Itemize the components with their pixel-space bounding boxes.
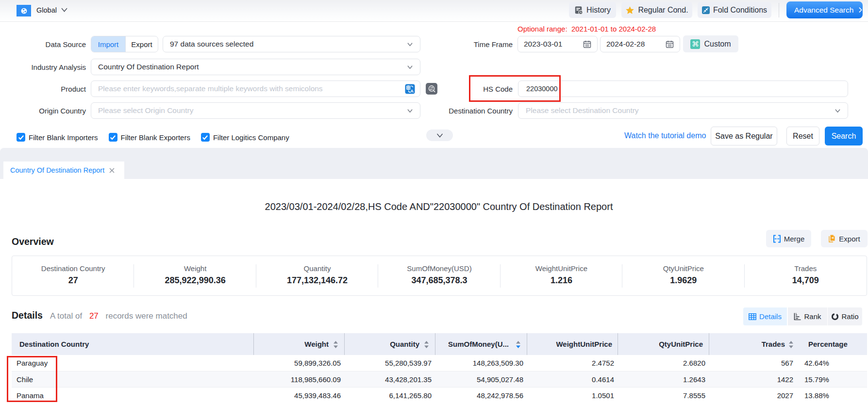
svg-text:A: A	[410, 88, 414, 94]
